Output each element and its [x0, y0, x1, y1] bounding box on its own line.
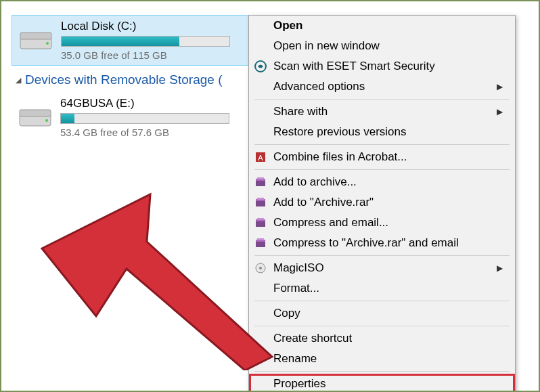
separator	[254, 169, 510, 170]
menu-combine-acrobat[interactable]: A Combine files in Acrobat...	[249, 147, 515, 167]
drive-item-c[interactable]: Local Disk (C:) 35.0 GB free of 115 GB	[12, 15, 262, 66]
menu-properties[interactable]: Properties	[249, 374, 515, 392]
menu-format[interactable]: Format...	[249, 278, 515, 299]
svg-rect-20	[257, 238, 264, 240]
storage-free-text: 35.0 GB free of 115 GB	[61, 49, 254, 61]
menu-label: Add to "Archive.rar"	[273, 196, 374, 209]
instruction-arrow	[15, 181, 286, 370]
menu-label: Compress and email...	[273, 216, 388, 230]
section-label: Devices with Removable Storage (	[25, 72, 222, 87]
menu-open-new-window[interactable]: Open in new window	[249, 36, 515, 56]
menu-compress-email[interactable]: Compress and email...	[249, 213, 515, 233]
drive-name: 64GBUSA (E:)	[60, 97, 255, 110]
hdd-icon	[18, 100, 52, 129]
separator	[254, 99, 510, 100]
svg-point-22	[259, 267, 262, 269]
acrobat-icon: A	[253, 150, 268, 165]
storage-bar	[61, 36, 230, 47]
hdd-icon	[19, 23, 53, 51]
drive-name: Local Disk (C:)	[61, 20, 254, 33]
svg-point-5	[45, 119, 48, 122]
context-menu: Open Open in new window Scan with ESET S…	[248, 15, 516, 392]
menu-scan-eset[interactable]: Scan with ESET Smart Security	[249, 56, 515, 77]
separator	[254, 255, 510, 256]
menu-add-archive-rar[interactable]: Add to "Archive.rar"	[249, 192, 515, 213]
menu-restore-prev[interactable]: Restore previous versions	[249, 122, 515, 142]
menu-create-shortcut[interactable]: Create shortcut	[249, 328, 515, 349]
menu-label: Scan with ESET Smart Security	[273, 60, 435, 73]
disc-icon	[253, 261, 268, 276]
svg-text:A: A	[258, 154, 263, 162]
winrar-icon	[253, 236, 268, 251]
menu-label: Properties	[273, 377, 325, 391]
storage-free-text: 53.4 GB free of 57.6 GB	[60, 127, 255, 138]
svg-rect-14	[257, 198, 264, 200]
menu-label: Add to archive...	[273, 175, 357, 189]
drive-item-e[interactable]: 64GBUSA (E:) 53.4 GB free of 57.6 GB	[12, 93, 262, 142]
chevron-right-icon: ▶	[497, 263, 503, 273]
menu-advanced-options[interactable]: Advanced options▶	[249, 77, 515, 97]
winrar-icon	[253, 215, 268, 230]
svg-rect-17	[257, 218, 264, 220]
winrar-icon	[253, 195, 268, 210]
svg-rect-1	[20, 32, 51, 39]
menu-label: Format...	[273, 282, 319, 295]
menu-compress-rar-email[interactable]: Compress to "Archive.rar" and email	[249, 233, 515, 253]
menu-label: Combine files in Acrobat...	[273, 150, 407, 164]
menu-label: Advanced options	[273, 80, 365, 93]
menu-label: MagicISO	[273, 261, 324, 275]
winrar-icon	[253, 175, 268, 190]
separator	[254, 144, 510, 145]
menu-label: Open in new window	[273, 39, 380, 53]
menu-label: Open	[273, 19, 302, 32]
svg-point-2	[46, 42, 49, 45]
eset-icon	[253, 59, 268, 74]
separator	[254, 301, 510, 301]
separator	[254, 326, 510, 326]
storage-bar	[60, 113, 229, 124]
menu-label: Restore previous versions	[273, 125, 407, 139]
chevron-right-icon: ▶	[497, 82, 503, 91]
collapse-arrow-icon: ◢	[16, 76, 21, 85]
menu-label: Rename	[273, 352, 317, 366]
menu-copy[interactable]: Copy	[249, 303, 515, 324]
menu-magiciso[interactable]: MagicISO▶	[249, 258, 515, 278]
menu-label: Copy	[273, 307, 300, 320]
menu-label: Create shortcut	[273, 332, 352, 345]
menu-share-with[interactable]: Share with▶	[249, 102, 515, 122]
menu-open[interactable]: Open	[249, 16, 515, 36]
menu-label: Compress to "Archive.rar" and email	[273, 236, 459, 250]
menu-label: Share with	[273, 105, 328, 118]
svg-rect-11	[257, 177, 264, 179]
separator	[254, 371, 510, 372]
chevron-right-icon: ▶	[497, 107, 503, 116]
menu-add-archive[interactable]: Add to archive...	[249, 172, 515, 192]
menu-rename[interactable]: Rename	[249, 349, 515, 369]
svg-rect-4	[20, 110, 51, 116]
